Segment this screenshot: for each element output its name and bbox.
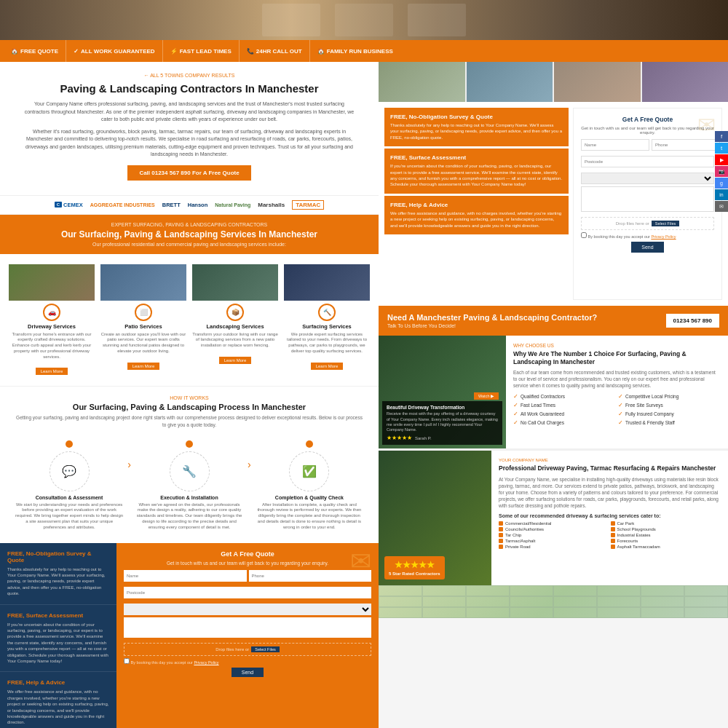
nav-item-24hr[interactable]: 📞 24HR CALL OUT [240, 40, 310, 62]
service-icon-driveway: 🚗 [43, 304, 60, 321]
hero-image-bar [0, 0, 728, 40]
step-3-title: Completion & Quality Check [255, 495, 364, 500]
form-postcode-bottom[interactable] [124, 587, 371, 598]
assessment-title: FREE, Surface Assessment [7, 612, 109, 619]
check-icon: ✓ [74, 48, 79, 55]
driveway-service-10: Asphalt Tarmaccadam [611, 545, 721, 549]
learn-more-patio[interactable]: Learn More [127, 363, 160, 370]
learn-more-surfacing[interactable]: Learn More [311, 363, 344, 370]
social-email[interactable]: ✉ [715, 201, 728, 212]
nav-item-lead[interactable]: ⚡ FAST LEAD TIMES [163, 40, 240, 62]
submit-btn-right[interactable]: Send [631, 242, 663, 253]
why-item-4: ✓ Free Site Surveys [618, 402, 721, 408]
step-3-desc: After Installation is complete, a qualit… [255, 502, 364, 531]
learn-more-landscaping[interactable]: Learn More [219, 357, 252, 364]
contractor-banner: Need A Manchester Paving & Landscaping C… [379, 306, 728, 336]
form-textarea-bottom[interactable] [124, 617, 371, 638]
privacy-checkbox-bottom[interactable] [124, 658, 130, 664]
process-step-3: ✅ Completion & Quality Check After Insta… [255, 440, 364, 531]
step-1-title: Consultation & Assessment [15, 495, 124, 500]
service-img-2 [100, 264, 186, 301]
watch-btn[interactable]: Watch ▶ [474, 392, 499, 400]
form-phone-right[interactable] [652, 139, 720, 151]
check-icon-7: ✓ [513, 419, 518, 426]
nav-item-quote[interactable]: 🏠 FREE QUOTE [4, 40, 66, 62]
nav-bar: 🏠 FREE QUOTE ✓ ALL WORK GUARANTEED ⚡ FAS… [0, 40, 728, 62]
help-title: FREE, Help & Advice [7, 679, 109, 686]
process-steps-container: 💬 Consultation & Assessment We start by … [15, 437, 364, 534]
step-1-desc: We start by understanding your needs and… [15, 502, 124, 531]
testimonial-stars: ★★★★★ [387, 435, 412, 441]
help-text: We offer free assistance and guidance, w… [7, 689, 109, 725]
process-description: Getting your surfacing, paving and lands… [15, 414, 364, 427]
cta-phone-button[interactable]: Call 01234 567 890 For A Free Quote [127, 165, 250, 181]
step-2-title: Execution & Installation [135, 495, 244, 500]
driveway-service-7: Tarmac/Asphalt [499, 539, 609, 543]
step-1-circle: 💬 [50, 451, 90, 491]
form-name-bottom[interactable] [124, 570, 247, 582]
service-img-4 [284, 264, 370, 301]
form-area-right[interactable] [581, 173, 714, 184]
check-icon-1: ✓ [513, 393, 518, 400]
service-desc-patio: Create an outdoor space you'll love with… [100, 332, 186, 355]
survey-title: FREE, No-Obligation Survey & Quote [7, 550, 109, 563]
social-twitter[interactable]: t [715, 143, 728, 154]
survey-text: Thanks absolutely for any help to reachi… [7, 566, 109, 597]
learn-more-driveway[interactable]: Learn More [36, 368, 68, 375]
right-survey-text: Thanks absolutely for any help to reachi… [390, 122, 563, 141]
cta-box-help: FREE, Help & Advice We offer free assist… [0, 671, 116, 728]
why-sub-label: WHY CHOOSE US [513, 343, 721, 348]
why-item-2: ✓ Competitive Local Pricing [618, 393, 721, 400]
step-3-circle: ✅ [289, 451, 329, 491]
driveway-title: Professional Driveway Paving, Tarmac Res… [499, 464, 721, 472]
assessment-text: If you're uncertain about the condition … [7, 622, 109, 665]
logo-tarmac: TARMAC [292, 200, 324, 210]
social-linkedin[interactable]: in [715, 189, 728, 200]
service-card-landscaping: 📦 Landscaping Services Transform your ou… [189, 261, 281, 379]
services-grid: 🚗 Driveway Services Transform your home'… [0, 254, 379, 387]
right-assessment-box: FREE, Surface Assessment If you're uncer… [384, 149, 569, 194]
contractor-subtitle: Talk To Us Before You Decide! [387, 323, 597, 328]
nav-item-family[interactable]: 🏠 FAMILY RUN BUSINESS [310, 40, 400, 62]
why-item-5: ✓ All Work Guaranteed [513, 411, 616, 417]
social-instagram[interactable]: 📷 [715, 166, 728, 177]
select-files-right[interactable]: Select Files [652, 221, 679, 226]
why-item-6: ✓ Fully Insured Company [618, 411, 721, 417]
social-youtube[interactable]: ▶ [715, 154, 728, 165]
form-textarea-right[interactable] [581, 186, 714, 212]
driveway-service-5: Tar Chip [499, 533, 609, 537]
why-item-3: ✓ Fast Lead Times [513, 402, 616, 408]
form-postcode-right[interactable] [581, 156, 714, 167]
form-area-bottom[interactable] [124, 604, 371, 615]
form-name-right[interactable] [581, 139, 649, 151]
bottom-left-form-panel: ✉ Get A Free Quote Get in touch with us … [116, 543, 379, 728]
social-google[interactable]: g [715, 178, 728, 189]
services-title: Our Surfacing, Paving & Landscaping Serv… [15, 229, 364, 240]
social-facebook[interactable]: f [715, 131, 728, 142]
phone-badge[interactable]: 01234 567 890 [666, 314, 719, 328]
testimonial-text: Receive the most with the pay offering o… [387, 411, 498, 432]
driveway-service-1: Commercial/Residential [499, 521, 609, 526]
why-title: Why We Are The Number 1 Choice For Surfa… [513, 350, 721, 366]
logo-natural: Natural Paving [215, 202, 250, 207]
privacy-checkbox-right[interactable] [581, 232, 587, 238]
process-arrow-2: › [248, 459, 251, 470]
select-files-bottom[interactable]: Select Files [251, 646, 279, 652]
right-help-box: FREE, Help & Advice We offer free assist… [384, 196, 569, 234]
service-desc-landscaping: Transform your outdoor living with our r… [192, 332, 278, 349]
driveway-service-6: Industrial Estates [611, 533, 721, 537]
service-card-patio: ⬜ Patio Services Create an outdoor space… [98, 261, 189, 379]
driveway-services-list: Commercial/Residential Car Park Councils… [499, 521, 721, 549]
service-icon-landscaping: 📦 [226, 304, 244, 321]
logo-marshalls: Marshalls [258, 202, 285, 208]
check-icon-4: ✓ [618, 402, 623, 408]
breadcrumb: ← ALL 5 TOWNS COMPANY RESULTS [22, 73, 357, 78]
driveway-content: YOUR COMPANY NAME Professional Driveway … [491, 451, 728, 585]
check-icon-3: ✓ [513, 402, 518, 408]
submit-btn-bottom[interactable]: Send [232, 668, 264, 677]
why-item-7: ✓ No Call Out Charges [513, 419, 616, 426]
service-icon-surfacing: 🔨 [318, 304, 336, 321]
driveway-service-3: Councils/Authorities [499, 527, 609, 531]
nav-item-guarantee[interactable]: ✓ ALL WORK GUARANTEED [66, 40, 163, 62]
service-img-3 [192, 264, 278, 301]
